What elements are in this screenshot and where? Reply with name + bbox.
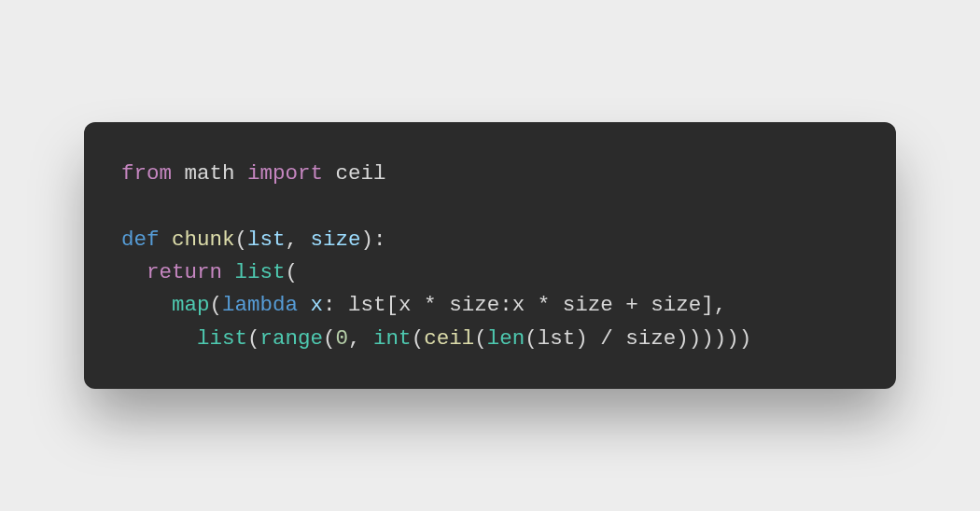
lambda-param: x [311,293,324,317]
builtin-len: len [487,326,525,351]
builtin-list2: list [197,326,247,351]
kw-def: def [121,228,160,252]
param-lst: lst [247,228,286,252]
expr-slice: lst[x * size:x * size + size], [348,293,726,317]
func-ceil: ceil [424,326,474,351]
kw-return: return [147,260,222,284]
builtin-range: range [260,326,324,351]
code-card: from math import ceil def chunk(lst, siz… [84,122,896,389]
expr-tail: lst) / size)))))) [538,326,752,351]
import-name: ceil [323,161,386,186]
kw-from: from [121,161,172,186]
builtin-map: map [172,293,210,317]
builtin-list: list [235,260,286,284]
code-block: from math import ceil def chunk(lst, siz… [121,158,859,355]
func-name: chunk [172,228,235,252]
module-name: math [172,161,247,186]
builtin-int: int [373,326,412,351]
num-zero: 0 [336,326,349,351]
param-size: size [311,228,361,252]
kw-import: import [247,161,323,186]
kw-lambda: lambda [222,293,298,317]
canvas: from math import ceil def chunk(lst, siz… [0,0,980,511]
